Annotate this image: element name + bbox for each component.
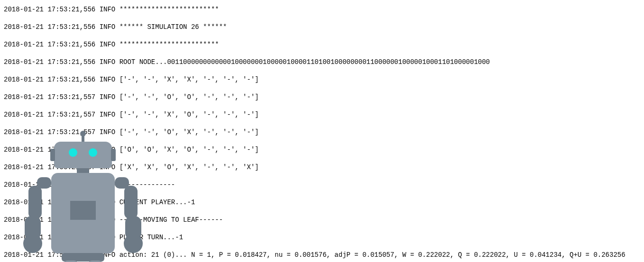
log-line: 2018-01-21 17:53:21,557 INFO ['-', '-', … xyxy=(4,93,637,102)
log-line: 2018-01-21 17:53:21,557 INFO PLAYER TURN… xyxy=(4,233,637,242)
log-line: 2018-01-21 17:53:21,557 INFO ['X', 'X', … xyxy=(4,163,637,172)
log-line: 2018-01-21 17:53:21,557 INFO ['-', '-', … xyxy=(4,128,637,137)
log-line: 2018-01-21 17:53:21,556 INFO ***********… xyxy=(4,40,637,49)
log-line: 2018-01-21 17:53:21,556 INFO ***********… xyxy=(4,5,637,14)
log-line: 2018-01-21 17:53:21,556 INFO ['-', '-', … xyxy=(4,75,637,84)
log-line: 2018-01-21 17:53:21,556 INFO ****** SIMU… xyxy=(4,23,637,32)
log-output: 2018-01-21 17:53:21,556 INFO ***********… xyxy=(4,0,637,262)
log-line: 2018-01-21 17:53:21,557 INFO ['O', 'O', … xyxy=(4,145,637,154)
log-line: 2018-01-21 17:53:21,557 INFO ['-', '-', … xyxy=(4,110,637,119)
log-line: 2018-01-21 17:53:21,557 INFO action: 21 … xyxy=(4,251,637,260)
log-line: 2018-01-21 17:53:21,557 INFO ------MOVIN… xyxy=(4,216,637,225)
log-line: 2018-01-21 17:53:21,557 INFO CURRENT PLA… xyxy=(4,198,637,207)
log-line: 2018-01-21 17:53:21,557 INFO -----------… xyxy=(4,181,637,190)
log-line: 2018-01-21 17:53:21,556 INFO ROOT NODE..… xyxy=(4,58,637,67)
